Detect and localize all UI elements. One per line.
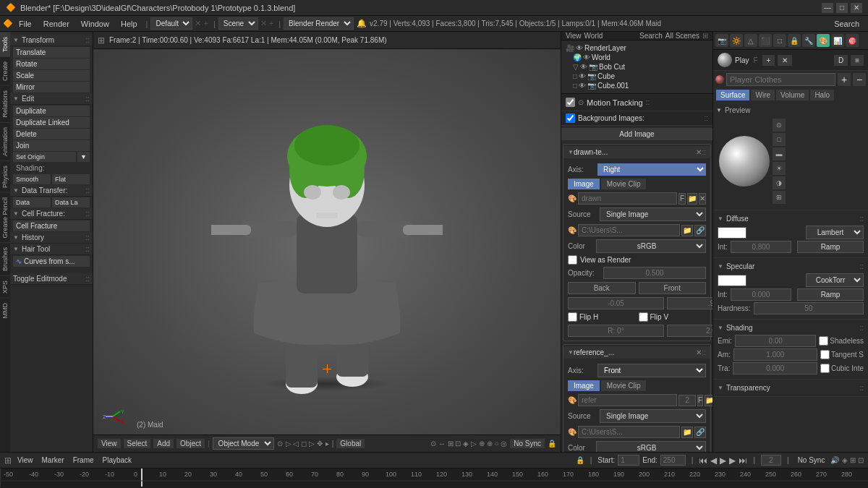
data-la-button[interactable]: Data La xyxy=(52,197,90,207)
no-sync-btn[interactable]: No Sync xyxy=(795,455,828,465)
material-name-field[interactable] xyxy=(726,73,835,86)
background-images-checkbox[interactable] xyxy=(566,114,575,123)
preview-world-btn[interactable]: ◑ xyxy=(773,176,786,189)
current-frame-field[interactable] xyxy=(761,455,781,466)
no-sync-button[interactable]: No Sync xyxy=(510,439,545,448)
emit-field[interactable] xyxy=(735,335,816,347)
maximize-button[interactable]: □ xyxy=(836,3,848,13)
render-menu[interactable]: Render xyxy=(38,18,75,30)
mode-select[interactable]: Object Mode xyxy=(213,437,274,450)
search-button[interactable]: Search xyxy=(828,18,865,30)
marker-btn[interactable]: Marker xyxy=(39,455,67,465)
drawn-flip-v-checkbox[interactable] xyxy=(639,312,648,322)
props-tab-data[interactable]: 📊 xyxy=(831,34,844,47)
grease-pencil-tab[interactable]: Grease Pencil xyxy=(0,192,10,243)
flat-button[interactable]: Flat xyxy=(52,174,90,184)
props-tab-materials[interactable]: 🎨 xyxy=(817,34,830,47)
diffuse-intensity-field[interactable] xyxy=(731,241,791,253)
drawn-path-browse-btn[interactable]: 📁 xyxy=(681,225,693,236)
add-button[interactable]: Add xyxy=(153,439,174,448)
motion-tracking-checkbox[interactable] xyxy=(566,98,575,107)
view-timeline-btn[interactable]: View xyxy=(14,455,36,465)
object-button[interactable]: Object xyxy=(176,439,205,448)
bobcut-restrict-render-icon[interactable]: 📷 xyxy=(589,63,597,71)
props-tab-particles[interactable]: 🎯 xyxy=(846,34,859,47)
rotate-button[interactable]: Rotate xyxy=(13,59,90,69)
transform-section-header[interactable]: Transform :: xyxy=(10,35,93,46)
play-icon[interactable]: ▶ xyxy=(720,455,726,466)
preview-label[interactable]: Preview xyxy=(716,105,865,116)
window-menu[interactable]: Window xyxy=(75,18,115,30)
timeline-ruler[interactable]: -50 -40 -30 -20 -10 0 10 20 30 40 50 60 … xyxy=(0,468,868,488)
diffuse-ramp-button[interactable]: Ramp xyxy=(797,241,864,253)
shadeless-checkbox[interactable] xyxy=(819,336,828,346)
specular-color-swatch[interactable] xyxy=(718,275,746,286)
reference-color-select[interactable]: sRGB xyxy=(596,441,706,452)
drawn-image-button[interactable]: Image xyxy=(568,179,600,189)
shading-section-header[interactable]: Shading :: xyxy=(718,322,864,333)
material-slot-add-btn[interactable]: + xyxy=(838,73,851,86)
world-tab[interactable]: World xyxy=(584,32,603,40)
ambient-field[interactable] xyxy=(733,348,817,361)
specular-intensity-field[interactable] xyxy=(731,288,791,301)
preview-plane-btn[interactable]: ▬ xyxy=(773,147,786,160)
drawn-axis-select[interactable]: Right xyxy=(597,163,706,176)
tree-item-cube001[interactable]: □ 👁 📷 Cube.001 xyxy=(564,81,710,90)
translucency-field[interactable] xyxy=(733,362,817,374)
drawn-path-link-btn[interactable]: 🔗 xyxy=(694,225,706,236)
start-frame-field[interactable] xyxy=(618,455,639,466)
drawn-movie-clip-button[interactable]: Movie Clip xyxy=(601,179,647,189)
bobcut-visibility-icon[interactable]: 👁 xyxy=(580,63,587,71)
material-list-btn[interactable]: ≡ xyxy=(851,55,864,66)
cube001-visibility-icon[interactable]: 👁 xyxy=(579,82,586,90)
drawn-front-button[interactable]: Front xyxy=(639,282,707,294)
drawn-panel-close-icon[interactable]: ✕ xyxy=(696,148,702,156)
all-scenes-button[interactable]: All Scenes xyxy=(665,32,699,40)
tree-item-renderlayer[interactable]: 🎥 👁 RenderLayer xyxy=(564,43,710,53)
mirror-button[interactable]: Mirror xyxy=(13,82,90,93)
reference-path-link-btn[interactable]: 🔗 xyxy=(694,427,706,438)
diffuse-shader-select[interactable]: Lambert xyxy=(806,226,864,239)
drawn-back-button[interactable]: Back xyxy=(568,282,636,294)
reference-browse-btn[interactable]: 📁 xyxy=(705,395,712,406)
tree-item-cube[interactable]: □ 👁 📷 Cube xyxy=(564,72,710,81)
animation-tab[interactable]: Animation xyxy=(0,122,10,160)
frame-btn[interactable]: Frame xyxy=(70,455,97,465)
reference-source-select[interactable]: Single Image xyxy=(600,409,706,423)
minimize-button[interactable]: — xyxy=(822,3,833,13)
scene-select[interactable]: Scene xyxy=(218,17,258,30)
preview-cube-btn[interactable]: □ xyxy=(773,133,786,146)
diffuse-color-swatch[interactable] xyxy=(718,227,746,239)
mmd-tab[interactable]: MMD xyxy=(0,298,10,323)
preview-sky-btn[interactable]: ☀ xyxy=(773,162,786,175)
drawn-offset-x-field[interactable] xyxy=(568,297,664,309)
set-origin-button[interactable]: Set Origin xyxy=(13,152,76,162)
cell-fracture-header[interactable]: Cell Fracture: :: xyxy=(10,208,93,220)
cube-restrict-render-icon[interactable]: 📷 xyxy=(587,72,596,80)
props-tab-modifiers[interactable]: 🔧 xyxy=(802,34,815,47)
material-duplicate-btn[interactable]: D xyxy=(834,55,848,66)
file-menu[interactable]: File xyxy=(13,18,38,30)
reference-axis-select[interactable]: Front xyxy=(597,364,706,377)
props-tab-scene[interactable]: △ xyxy=(744,34,757,47)
drawn-scale-field[interactable] xyxy=(667,325,712,337)
material-add-btn[interactable]: + xyxy=(762,55,775,66)
reference-path-field[interactable] xyxy=(578,426,680,438)
view-tab[interactable]: View xyxy=(566,32,582,40)
drawn-path-field[interactable] xyxy=(578,224,680,236)
reference-f-btn[interactable]: F xyxy=(697,395,703,406)
search-button-outliner[interactable]: Search xyxy=(639,32,663,40)
specular-shader-select[interactable]: CookTorr xyxy=(806,273,864,287)
drawn-flip-h-checkbox[interactable] xyxy=(568,312,577,322)
halo-tab[interactable]: Halo xyxy=(810,90,834,100)
xps-tab[interactable]: XPS xyxy=(0,275,10,298)
drawn-source-select[interactable]: Single Image xyxy=(600,207,706,221)
drawn-opacity-field[interactable] xyxy=(603,267,706,279)
smooth-button[interactable]: Smooth xyxy=(13,174,51,184)
specular-hardness-field[interactable] xyxy=(754,302,864,314)
relations-tab[interactable]: Relations xyxy=(0,85,10,122)
brushes-tab[interactable]: Brushes xyxy=(0,242,10,275)
drawn-image-name-field[interactable] xyxy=(578,192,677,205)
drawn-rotation-field[interactable] xyxy=(568,325,664,337)
material-slot-remove-btn[interactable]: − xyxy=(853,73,866,86)
